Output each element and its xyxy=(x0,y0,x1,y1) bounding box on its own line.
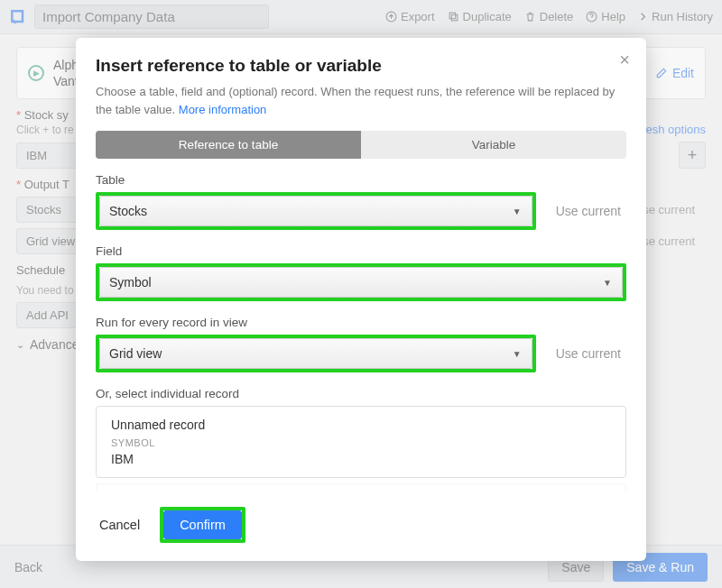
field-select[interactable]: Symbol xyxy=(99,267,623,298)
more-info-link[interactable]: More information xyxy=(179,103,267,116)
modal-description: Choose a table, field and (optional) rec… xyxy=(96,83,626,118)
view-select-highlight: Grid view ▼ xyxy=(96,335,536,372)
modal-footer: Cancel Confirm xyxy=(76,491,646,561)
record-field-label: SYMBOL xyxy=(111,437,611,448)
field-field-group: Field Symbol ▼ xyxy=(96,244,626,301)
reference-type-tabs: Reference to table Variable xyxy=(96,131,626,159)
tab-reference-table[interactable]: Reference to table xyxy=(96,131,361,159)
cancel-button[interactable]: Cancel xyxy=(96,510,143,539)
table-field-group: Table Stocks ▼ Use current xyxy=(96,173,626,230)
modal-overlay: × Insert reference to table or variable … xyxy=(0,0,722,588)
view-select[interactable]: Grid view xyxy=(99,338,532,369)
use-current-button[interactable]: Use current xyxy=(551,346,626,361)
confirm-highlight: Confirm xyxy=(160,507,245,543)
record-option[interactable]: Unnamed record SYMBOL IBM xyxy=(96,406,626,478)
tab-variable[interactable]: Variable xyxy=(361,131,626,159)
view-field-group: Run for every record in view Grid view ▼… xyxy=(96,316,626,372)
record-field-value: IBM xyxy=(111,452,611,466)
table-select[interactable]: Stocks xyxy=(99,196,532,226)
insert-reference-modal: × Insert reference to table or variable … xyxy=(76,38,646,561)
modal-title: Insert reference to table or variable xyxy=(96,56,626,76)
confirm-button[interactable]: Confirm xyxy=(163,510,242,539)
view-label: Run for every record in view xyxy=(96,316,626,329)
field-select-highlight: Symbol ▼ xyxy=(96,263,626,301)
table-label: Table xyxy=(96,173,626,187)
individual-record-group: Or, select individual record Unnamed rec… xyxy=(96,387,626,491)
record-title: Unnamed record xyxy=(111,418,611,432)
record-option-faded[interactable] xyxy=(96,483,626,491)
individual-record-label: Or, select individual record xyxy=(96,387,626,400)
field-label: Field xyxy=(96,244,626,258)
use-current-button[interactable]: Use current xyxy=(551,204,626,218)
table-select-highlight: Stocks ▼ xyxy=(96,192,536,230)
close-icon[interactable]: × xyxy=(619,51,630,69)
